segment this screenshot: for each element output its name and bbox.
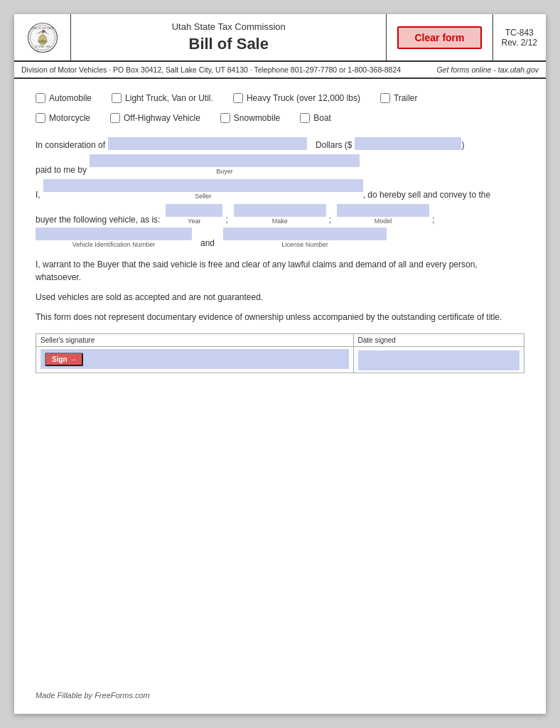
boat-checkbox[interactable] [300,113,310,123]
vin-input[interactable] [36,228,192,240]
checkbox-heavytruck: Heavy Truck (over 12,000 lbs) [233,93,360,103]
motorcycle-checkbox[interactable] [36,113,45,123]
checkbox-automobile: Automobile [36,93,92,103]
seller-sig-label: Seller's signature [41,336,349,344]
date-signed-cell: Date signed [353,334,524,347]
consideration-line: In consideration of Dollars ($ ) [36,137,524,150]
form-area: Automobile Light Truck, Van or Util. Hea… [14,79,546,387]
doc-revision: Rev. 2/12 [502,38,537,48]
license-label: License Number [281,241,328,248]
checkbox-lighttruck: Light Truck, Van or Util. [112,93,213,103]
snowmobile-label[interactable]: Snowmobile [234,113,280,123]
motorcycle-label[interactable]: Motorcycle [49,113,90,123]
date-signed-input-cell [353,347,524,373]
checkbox-offhighway: Off-Highway Vehicle [110,113,200,123]
seller-sig-cell: Seller's signature [36,334,354,347]
license-input[interactable] [223,228,387,240]
signature-table: Seller's signature Date signed Sign → [36,333,524,373]
model-field-wrap: Model [337,204,429,225]
svg-point-5 [38,40,48,43]
checkbox-snowmobile: Snowmobile [220,113,280,123]
doc-number-area: TC-843 Rev. 2/12 [493,14,546,60]
dollars-input[interactable] [355,137,461,150]
trailer-checkbox[interactable] [380,93,390,103]
consideration-field-wrap [108,137,307,150]
paid-prefix: paid to me by [36,165,87,175]
document-title: Bill of Sale [189,35,269,53]
vehicle-type-row1: Automobile Light Truck, Van or Util. Hea… [36,93,524,107]
doc-number: TC-843 [505,28,534,38]
automobile-checkbox[interactable] [36,93,45,103]
automobile-label[interactable]: Automobile [49,93,92,103]
seller-field-wrap: Seller [43,179,363,200]
snowmobile-checkbox[interactable] [220,113,230,123]
consideration-input[interactable] [108,137,307,150]
warranty-paragraph: I, warrant to the Buyer that the said ve… [36,258,524,284]
convey-text: , do hereby sell and convey to the [363,190,490,200]
logo-area: SEAL OF THE STATE OF UTAH · 1896 [14,14,71,60]
agency-name: Utah State Tax Commission [172,21,286,32]
offhighway-checkbox[interactable] [110,113,120,123]
heavy-truck-checkbox[interactable] [233,93,243,103]
signature-sign-area: Sign → [41,349,349,369]
seller-sig-input-cell: Sign → [36,347,354,373]
vehicle-type-row2: Motorcycle Off-Highway Vehicle Snowmobil… [36,113,524,127]
i-prefix: I, [36,190,41,200]
vin-license-line: Vehicle Identification Number and Licens… [36,228,524,248]
dollars-field-wrap [355,137,461,150]
checkbox-motorcycle: Motorcycle [36,113,90,123]
buyer-following-text: buyer the following vehicle, as is: [36,215,160,225]
buyer-line: paid to me by Buyer [36,154,524,175]
make-label: Make [272,218,288,225]
header: SEAL OF THE STATE OF UTAH · 1896 Utah St… [14,14,546,62]
date-signed-label: Date signed [358,336,519,344]
year-label: Year [188,218,200,225]
vin-field-wrap: Vehicle Identification Number [36,228,192,248]
header-center: Utah State Tax Commission Bill of Sale [71,14,387,60]
license-field-wrap: License Number [223,228,387,248]
heavy-truck-label[interactable]: Heavy Truck (over 12,000 lbs) [247,93,360,103]
forms-online: Get forms online - tax.utah.gov [436,65,539,74]
trailer-label[interactable]: Trailer [394,93,418,103]
and-text: and [200,238,215,248]
year-input[interactable] [166,204,222,217]
dmv-address: Division of Motor Vehicles · PO Box 3041… [21,65,401,74]
consideration-prefix: In consideration of [36,140,105,150]
year-field-wrap: Year [166,204,222,225]
checkbox-trailer: Trailer [380,93,418,103]
state-seal-icon: SEAL OF THE STATE OF UTAH · 1896 [27,22,58,53]
model-label: Model [375,218,392,225]
svg-text:OF UTAH · 1896: OF UTAH · 1896 [34,46,50,48]
make-field-wrap: Make [234,204,326,225]
clear-form-section: Clear form [387,14,492,60]
seller-line: I, Seller , do hereby sell and convey to… [36,179,524,200]
footer: Made Fillable by FreeForms.com [36,691,150,700]
checkbox-boat: Boat [300,113,331,123]
light-truck-checkbox[interactable] [112,93,122,103]
model-input[interactable] [337,204,429,217]
buyer-field-wrap: Buyer [90,154,360,175]
seller-input[interactable] [43,179,363,192]
sub-header: Division of Motor Vehicles · PO Box 3041… [14,62,546,79]
vehicle-line: buyer the following vehicle, as is: Year… [36,204,524,225]
used-vehicles-paragraph: Used vehicles are sold as accepted and a… [36,291,524,304]
footer-text: Made Fillable by FreeForms.com [36,691,150,700]
light-truck-label[interactable]: Light Truck, Van or Util. [125,93,213,103]
buyer-field-label: Buyer [216,168,233,175]
make-input[interactable] [234,204,326,217]
seller-field-label: Seller [195,193,211,200]
dollars-suffix: ) [461,140,464,150]
boat-label[interactable]: Boat [313,113,331,123]
dollars-prefix: Dollars ($ [316,140,352,150]
date-signed-input[interactable] [358,350,519,370]
clear-form-button[interactable]: Clear form [397,26,481,49]
vin-label: Vehicle Identification Number [72,241,156,248]
buyer-input[interactable] [90,154,360,167]
offhighway-label[interactable]: Off-Highway Vehicle [124,113,200,123]
sign-button[interactable]: Sign → [45,353,83,366]
page: SEAL OF THE STATE OF UTAH · 1896 Utah St… [14,14,546,714]
documentary-evidence-paragraph: This form does not represent documentary… [36,311,524,323]
svg-text:SEAL OF THE STATE: SEAL OF THE STATE [32,26,53,29]
